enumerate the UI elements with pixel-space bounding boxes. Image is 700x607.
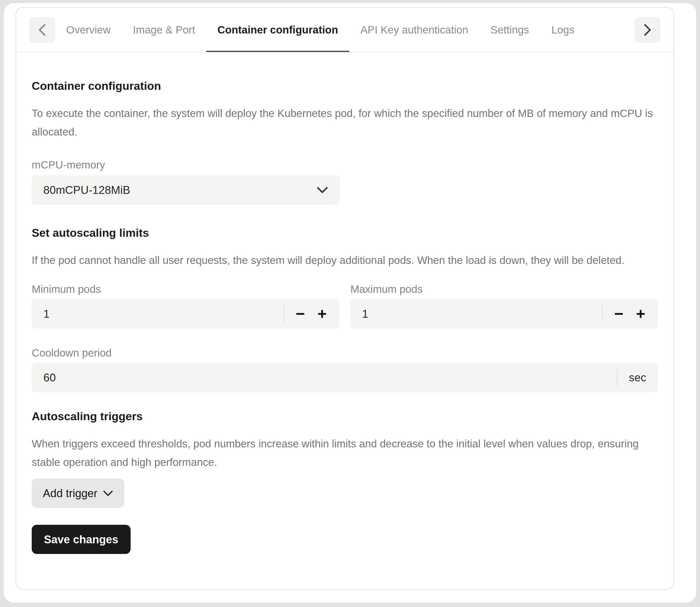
minimum-pods-value: 1 bbox=[43, 308, 49, 320]
tabs-scroll-right-button[interactable] bbox=[635, 17, 660, 43]
maximum-pods-input[interactable]: 1 bbox=[350, 299, 658, 329]
plus-icon bbox=[636, 309, 646, 319]
section-title-autoscaling-triggers: Autoscaling triggers bbox=[32, 410, 658, 423]
chevron-down-icon bbox=[103, 490, 113, 496]
tab-container-configuration[interactable]: Container configuration bbox=[206, 7, 349, 52]
tab-panel-container-configuration: Container configuration To execute the c… bbox=[16, 79, 673, 554]
minimum-pods-decrease-button[interactable] bbox=[295, 308, 306, 319]
minimum-pods-stepper bbox=[284, 306, 328, 322]
minimum-pods-input[interactable]: 1 bbox=[32, 299, 340, 329]
tab-api-key-authentication[interactable]: API Key authentication bbox=[349, 7, 479, 52]
tab-image-and-port[interactable]: Image & Port bbox=[122, 7, 206, 52]
maximum-pods-decrease-button[interactable] bbox=[613, 308, 625, 319]
tab-bar: Overview Image & Port Container configur… bbox=[16, 7, 673, 53]
section-description-container-configuration: To execute the container, the system wil… bbox=[32, 104, 658, 141]
mcpu-memory-label: mCPU-memory bbox=[32, 159, 658, 171]
add-trigger-label: Add trigger bbox=[43, 487, 97, 500]
tabs-scroll-left-button[interactable] bbox=[29, 17, 55, 43]
minus-icon bbox=[296, 309, 305, 319]
mcpu-memory-select[interactable]: 80mCPU-128MiB bbox=[32, 175, 340, 205]
add-trigger-button[interactable]: Add trigger bbox=[32, 479, 124, 508]
section-title-container-configuration: Container configuration bbox=[32, 79, 658, 93]
pods-labels-row: Minimum pods Maximum pods bbox=[32, 283, 658, 295]
cooldown-period-label: Cooldown period bbox=[32, 347, 658, 359]
cooldown-period-value: 60 bbox=[43, 371, 56, 384]
save-changes-label: Save changes bbox=[44, 533, 118, 546]
section-description-autoscaling-triggers: When triggers exceed thresholds, pod num… bbox=[32, 435, 658, 472]
minus-icon bbox=[614, 309, 624, 319]
section-description-autoscaling-limits: If the pod cannot handle all user reques… bbox=[32, 251, 658, 270]
chevron-right-icon bbox=[643, 23, 652, 37]
section-title-autoscaling-limits: Set autoscaling limits bbox=[32, 226, 658, 240]
maximum-pods-label: Maximum pods bbox=[350, 283, 658, 295]
plus-icon bbox=[317, 309, 327, 319]
page: Overview Image & Port Container configur… bbox=[4, 3, 696, 603]
tab-settings[interactable]: Settings bbox=[479, 7, 540, 52]
maximum-pods-increase-button[interactable] bbox=[635, 308, 646, 319]
mcpu-memory-selected-value: 80mCPU-128MiB bbox=[43, 184, 130, 196]
tab-list: Overview Image & Port Container configur… bbox=[55, 7, 635, 52]
maximum-pods-value: 1 bbox=[362, 308, 368, 320]
cooldown-period-unit: sec bbox=[617, 369, 646, 386]
tab-logs[interactable]: Logs bbox=[540, 7, 586, 52]
minimum-pods-label: Minimum pods bbox=[32, 283, 340, 295]
pods-inputs-row: 1 1 bbox=[32, 299, 658, 329]
save-changes-button[interactable]: Save changes bbox=[32, 525, 131, 554]
maximum-pods-stepper bbox=[602, 306, 646, 322]
cooldown-period-input[interactable]: 60 sec bbox=[32, 363, 658, 392]
chevron-down-icon bbox=[316, 187, 328, 194]
minimum-pods-increase-button[interactable] bbox=[316, 308, 328, 319]
settings-card: Overview Image & Port Container configur… bbox=[16, 7, 674, 589]
chevron-left-icon bbox=[38, 23, 46, 37]
tab-overview[interactable]: Overview bbox=[55, 7, 122, 52]
